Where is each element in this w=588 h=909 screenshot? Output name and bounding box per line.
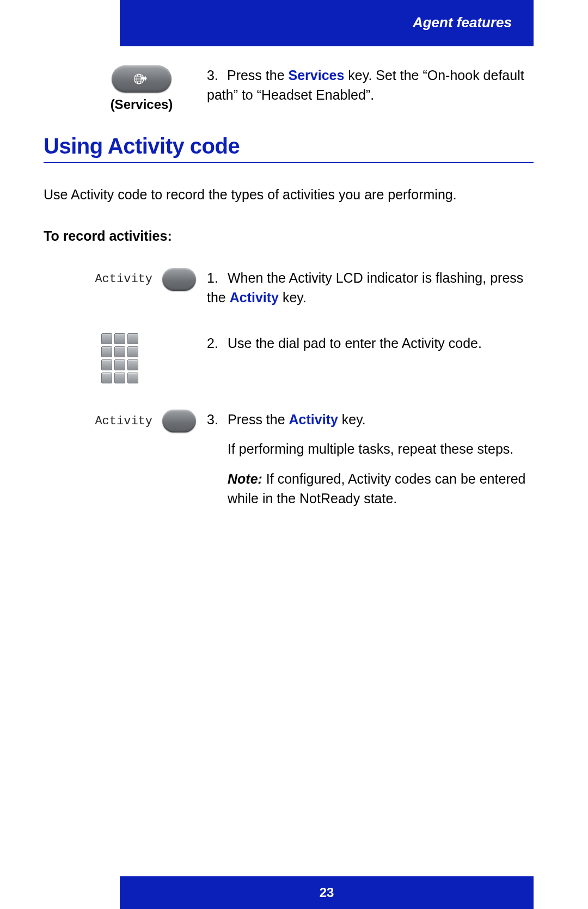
dialpad-illustration: [44, 333, 207, 383]
activity-step-2: 2.Use the dial pad to enter the Activity…: [44, 333, 534, 383]
activity-lcd-label: Activity: [95, 414, 152, 428]
services-step-row: (Services) 3. Press the Services key. Se…: [44, 65, 534, 112]
footer-band: 23: [120, 876, 534, 909]
activity-step-2-text: 2.Use the dial pad to enter the Activity…: [207, 333, 534, 353]
step-number: 3.: [207, 65, 223, 85]
services-key-button: [112, 65, 171, 93]
note-label: Note:: [228, 471, 262, 486]
services-step-text: 3. Press the Services key. Set the “On-h…: [207, 65, 534, 105]
text-fragment: key.: [279, 290, 307, 305]
services-key-label: (Services): [111, 97, 173, 112]
services-key-col: (Services): [44, 65, 207, 112]
activity-step-3-note: Note: If configured, Activity codes can …: [207, 469, 534, 509]
activity-key-illustration: Activity: [44, 268, 207, 291]
globe-arrow-icon: [133, 71, 150, 87]
header-band: Agent features: [120, 0, 534, 46]
note-text: If configured, Activity codes can be ent…: [228, 471, 526, 506]
section-subheading: To record activities:: [44, 226, 534, 246]
section-rule: [44, 162, 534, 163]
activity-step-3: Activity 3.Press the Activity key. If pe…: [44, 410, 534, 508]
step-number: 1.: [207, 268, 228, 288]
activity-step-3-text: 3.Press the Activity key. If performing …: [207, 410, 534, 508]
activity-step-3-extra: If performing multiple tasks, repeat the…: [207, 439, 534, 459]
text-fragment: Press the: [228, 412, 289, 427]
activity-step-1-text: 1.When the Activity LCD indicator is fla…: [207, 268, 534, 308]
activity-step-1: Activity 1.When the Activity LCD indicat…: [44, 268, 534, 308]
activity-word: Activity: [230, 290, 279, 305]
header-title: Agent features: [413, 14, 512, 31]
page-content: (Services) 3. Press the Services key. Se…: [44, 65, 534, 508]
activity-key-button: [162, 410, 196, 432]
activity-key-illustration: Activity: [44, 410, 207, 432]
activity-lcd-label: Activity: [95, 272, 152, 286]
activity-key-button: [162, 268, 196, 291]
dialpad-icon: [101, 333, 138, 383]
step-number: 2.: [207, 333, 228, 353]
services-word: Services: [289, 68, 345, 83]
text-fragment: key.: [338, 412, 366, 427]
section-intro: Use Activity code to record the types of…: [44, 185, 534, 204]
text-fragment: Press the: [227, 68, 289, 83]
page-number: 23: [320, 885, 334, 900]
section-heading: Using Activity code: [44, 134, 534, 158]
step-number: 3.: [207, 410, 228, 429]
activity-word: Activity: [289, 412, 338, 427]
text-fragment: Use the dial pad to enter the Activity c…: [228, 335, 482, 351]
